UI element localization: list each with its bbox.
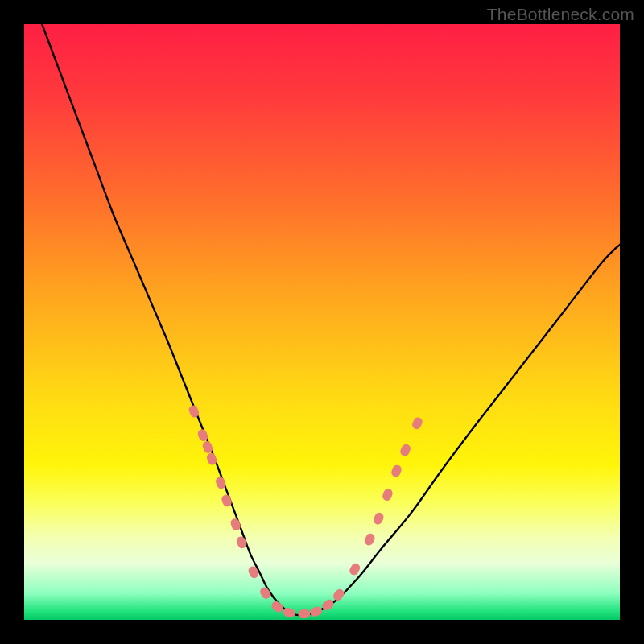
marker-dash	[399, 443, 412, 457]
marker-dash	[229, 518, 242, 532]
marker-dash	[411, 416, 423, 431]
marker-dash	[372, 511, 385, 526]
marker-dash	[390, 464, 403, 478]
bottleneck-curve	[42, 24, 620, 615]
curve-layer	[24, 24, 620, 620]
chart-frame: TheBottleneck.com	[0, 0, 644, 644]
watermark-text: TheBottleneck.com	[487, 5, 634, 24]
marker-dash	[363, 532, 376, 547]
marker-dash	[258, 585, 273, 601]
marker-dash	[221, 493, 233, 508]
marker-dash	[332, 588, 346, 603]
plot-area	[24, 24, 620, 620]
marker-dash	[247, 565, 260, 580]
highlight-markers	[188, 404, 423, 618]
marker-dash	[270, 600, 285, 614]
marker-dash	[348, 562, 361, 576]
marker-dash	[382, 488, 394, 502]
marker-dash	[235, 535, 248, 550]
marker-dash	[298, 609, 310, 619]
marker-dash	[309, 605, 324, 618]
